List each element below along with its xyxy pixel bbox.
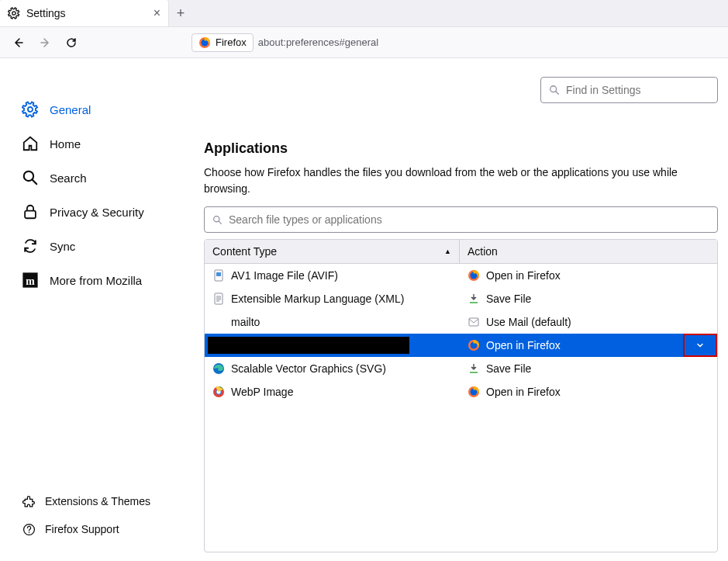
forward-button[interactable] xyxy=(34,32,56,54)
table-row[interactable]: AV1 Image File (AVIF) Open in Firefox xyxy=(205,264,717,287)
table-row[interactable]: Open in Firefox xyxy=(205,334,717,357)
table-row[interactable]: WebP Image Open in Firefox xyxy=(205,380,717,403)
search-icon xyxy=(212,215,223,225)
column-header-content-type[interactable]: Content Type ▲ xyxy=(205,240,460,263)
section-title: Applications xyxy=(204,140,718,157)
action-label: Use Mail (default) xyxy=(486,316,571,328)
action-label: Open in Firefox xyxy=(486,386,561,398)
svg-point-7 xyxy=(28,532,29,532)
reload-button[interactable] xyxy=(60,32,82,54)
svg-rect-3 xyxy=(25,211,36,219)
applications-section: Applications Choose how Firefox handles … xyxy=(204,140,718,561)
back-button[interactable] xyxy=(8,32,29,54)
action-label: Save File xyxy=(486,293,531,305)
content-type-label: AV1 Image File (AVIF) xyxy=(231,269,338,282)
url-text[interactable]: about:preferences#general xyxy=(258,36,378,48)
sidebar-item-extensions[interactable]: Extensions & Themes xyxy=(11,488,191,514)
sidebar-footer: Extensions & Themes Firefox Support xyxy=(11,488,191,542)
home-icon xyxy=(22,135,39,152)
mozilla-icon: m xyxy=(22,272,39,289)
sidebar-item-label: Firefox Support xyxy=(45,523,119,535)
sidebar-item-label: Extensions & Themes xyxy=(45,495,150,507)
column-header-action[interactable]: Action xyxy=(460,240,717,263)
content-type-label: Extensible Markup Language (XML) xyxy=(231,293,404,305)
lock-icon xyxy=(22,203,39,220)
find-in-settings[interactable] xyxy=(540,77,718,103)
download-icon xyxy=(468,362,480,375)
main: Applications Choose how Firefox handles … xyxy=(191,58,728,561)
close-icon[interactable]: × xyxy=(154,6,160,20)
url-box: Firefox about:preferences#general xyxy=(191,33,378,52)
column-label: Content Type xyxy=(212,245,277,258)
sidebar-item-home[interactable]: Home xyxy=(11,127,191,160)
firefox-icon xyxy=(468,386,480,398)
file-icon xyxy=(212,316,225,328)
sidebar: General Home Search Privacy & Security xyxy=(0,58,191,561)
content-type-label: WebP Image xyxy=(231,386,293,398)
new-tab-button[interactable]: + xyxy=(169,5,192,22)
puzzle-icon xyxy=(22,494,36,508)
table-row[interactable]: mailto Use Mail (default) xyxy=(205,310,717,334)
table-row[interactable]: Extensible Markup Language (XML) Save Fi… xyxy=(205,287,717,310)
chrome-icon xyxy=(212,386,225,398)
firefox-icon xyxy=(468,269,480,282)
app-type-search[interactable] xyxy=(204,206,718,233)
sidebar-item-privacy[interactable]: Privacy & Security xyxy=(11,196,191,228)
file-icon xyxy=(212,269,225,282)
sidebar-item-label: Privacy & Security xyxy=(50,206,144,219)
chevron-down-icon xyxy=(695,341,705,350)
svg-rect-15 xyxy=(469,318,478,326)
table-header: Content Type ▲ Action xyxy=(205,240,717,264)
svg-text:m: m xyxy=(26,275,35,287)
search-icon xyxy=(549,85,560,95)
sidebar-item-general[interactable]: General xyxy=(11,93,191,126)
column-label: Action xyxy=(468,245,498,258)
action-dropdown-button[interactable] xyxy=(683,334,717,357)
table-row[interactable]: Scalable Vector Graphics (SVG) Save File xyxy=(205,357,717,380)
action-label: Open in Firefox xyxy=(486,339,561,351)
svg-rect-14 xyxy=(215,293,223,304)
sidebar-item-label: More from Mozilla xyxy=(50,274,142,287)
app-type-search-input[interactable] xyxy=(229,213,709,226)
browser-tab[interactable]: Settings × xyxy=(0,0,169,26)
sidebar-item-sync[interactable]: Sync xyxy=(11,230,191,262)
section-description: Choose how Firefox handles the files you… xyxy=(204,164,718,197)
identity-box[interactable]: Firefox xyxy=(191,33,254,52)
tab-title: Settings xyxy=(26,7,147,19)
edge-icon xyxy=(212,362,225,375)
nav-bar: Firefox about:preferences#general xyxy=(0,27,728,58)
sidebar-item-label: Search xyxy=(50,171,87,185)
sync-icon xyxy=(22,237,39,255)
find-in-settings-input[interactable] xyxy=(566,84,709,96)
table-body: AV1 Image File (AVIF) Open in Firefox Ex… xyxy=(205,264,717,403)
sidebar-item-label: Sync xyxy=(50,240,75,253)
sidebar-item-search[interactable]: Search xyxy=(11,161,191,194)
sidebar-item-label: Home xyxy=(50,137,81,151)
sidebar-items: General Home Search Privacy & Security xyxy=(11,93,191,296)
sidebar-item-support[interactable]: Firefox Support xyxy=(11,516,191,542)
content-area: General Home Search Privacy & Security xyxy=(0,58,728,561)
sidebar-item-label: General xyxy=(50,103,91,116)
sort-ascending-icon: ▲ xyxy=(444,248,451,255)
file-icon xyxy=(212,293,225,305)
help-icon xyxy=(22,522,36,536)
search-icon xyxy=(22,169,39,186)
sidebar-item-more-mozilla[interactable]: m More from Mozilla xyxy=(11,264,191,296)
action-label: Save File xyxy=(486,362,531,375)
firefox-icon xyxy=(198,36,211,49)
gear-icon xyxy=(8,7,20,19)
svg-rect-11 xyxy=(216,272,221,276)
firefox-icon xyxy=(468,339,480,351)
mail-icon xyxy=(468,316,480,328)
tab-bar: Settings × + xyxy=(0,0,728,27)
download-icon xyxy=(468,293,480,305)
action-label: Open in Firefox xyxy=(486,269,561,282)
content-type-label: Scalable Vector Graphics (SVG) xyxy=(231,362,386,375)
identity-label: Firefox xyxy=(216,36,247,48)
gear-icon xyxy=(22,101,39,118)
applications-table: Content Type ▲ Action AV1 Image File (AV… xyxy=(204,239,718,552)
content-type-label: mailto xyxy=(231,316,260,328)
